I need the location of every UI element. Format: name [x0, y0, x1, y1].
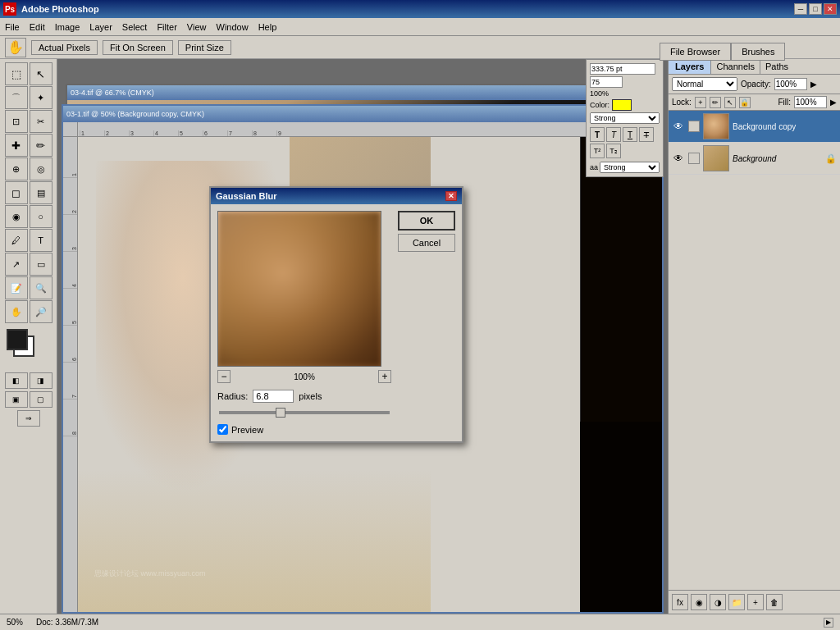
- sub-window-title: 03-4.tif @ 66.7% (CMYK): [71, 89, 154, 97]
- menu-window[interactable]: Window: [212, 21, 253, 34]
- t-subscript[interactable]: T₂: [606, 144, 621, 158]
- slider-thumb[interactable]: [276, 408, 285, 418]
- char-row-3: 100%: [590, 89, 660, 98]
- new-layer-btn[interactable]: +: [747, 594, 764, 610]
- file-browser-btn[interactable]: File Browser: [660, 43, 731, 61]
- move-tool[interactable]: ↖: [30, 62, 52, 85]
- layers-tabs: Layers Channels Paths: [669, 59, 840, 75]
- status-arrow[interactable]: ▶: [824, 618, 833, 628]
- print-size-btn[interactable]: Print Size: [178, 40, 231, 55]
- lock-position-btn[interactable]: +: [695, 97, 706, 108]
- tool-row-9: ↗ ▭: [5, 253, 52, 276]
- style-select[interactable]: Strong: [590, 112, 660, 124]
- ok-button[interactable]: OK: [398, 211, 455, 231]
- fill-arrow[interactable]: ▶: [830, 98, 837, 107]
- t-underline[interactable]: T: [623, 127, 637, 142]
- menu-select[interactable]: Select: [117, 21, 153, 34]
- fit-on-screen-btn[interactable]: Fit On Screen: [103, 40, 173, 55]
- fill-input[interactable]: [794, 96, 827, 108]
- opacity-arrow[interactable]: ▶: [810, 80, 817, 89]
- fx-btn[interactable]: fx: [672, 594, 688, 610]
- mask-btn[interactable]: ◉: [691, 594, 707, 610]
- color-swatch[interactable]: [612, 99, 632, 111]
- line-height-input[interactable]: [590, 76, 623, 88]
- lock-all-btn[interactable]: 🔒: [739, 97, 751, 108]
- layer-item-bg-copy[interactable]: 👁 Background copy: [669, 111, 840, 143]
- jump-to-imageready[interactable]: ⇒: [17, 410, 40, 427]
- eye-icon-2[interactable]: 👁: [672, 152, 685, 165]
- opacity-input[interactable]: [774, 78, 807, 90]
- gradient-tool[interactable]: ▤: [30, 181, 52, 204]
- h-tick-7: 7: [227, 130, 252, 136]
- path-select-tool[interactable]: ↗: [5, 253, 28, 276]
- shape-tool[interactable]: ▭: [30, 253, 52, 276]
- hand-tool-2[interactable]: ✋: [5, 300, 28, 323]
- screen-mode-2[interactable]: ▢: [30, 391, 52, 408]
- adj-btn[interactable]: ◑: [710, 594, 726, 610]
- menu-file[interactable]: File: [0, 21, 25, 34]
- brushes-btn[interactable]: Brushes: [731, 43, 785, 61]
- lock-label: Lock:: [672, 98, 692, 107]
- font-size-input[interactable]: [590, 63, 655, 75]
- lock-move-btn[interactable]: ↖: [724, 97, 736, 108]
- pen-tool[interactable]: 🖊: [5, 229, 28, 252]
- v-tick-1: 1: [63, 141, 77, 178]
- zoom-plus-btn[interactable]: +: [378, 370, 391, 383]
- actual-pixels-btn[interactable]: Actual Pixels: [31, 40, 98, 55]
- folder-btn[interactable]: 📁: [728, 594, 745, 610]
- zoom-tool[interactable]: 🔎: [30, 300, 52, 323]
- marquee-tool[interactable]: ⬚: [5, 62, 28, 85]
- notes-tool[interactable]: 📝: [5, 276, 28, 299]
- close-btn[interactable]: ✕: [824, 3, 837, 15]
- eye-icon-1[interactable]: 👁: [672, 120, 685, 133]
- tool-row-2: ⌒ ✦: [5, 86, 52, 109]
- menu-edit[interactable]: Edit: [25, 21, 50, 34]
- menu-filter[interactable]: Filter: [152, 21, 181, 34]
- minimize-btn[interactable]: ─: [794, 3, 807, 15]
- slider-track: [219, 411, 390, 414]
- lasso-tool[interactable]: ⌒: [5, 86, 28, 109]
- t-italic[interactable]: T: [606, 127, 621, 142]
- preview-checkbox[interactable]: [217, 424, 228, 435]
- clone-tool[interactable]: ⊕: [5, 158, 28, 180]
- t-strikethrough[interactable]: T̶: [639, 127, 654, 142]
- lock-pixel-btn[interactable]: ✏: [710, 97, 721, 108]
- tab-channels[interactable]: Channels: [711, 59, 760, 74]
- hand-tool[interactable]: ✋: [5, 38, 26, 57]
- screen-mode-1[interactable]: ▣: [5, 391, 28, 408]
- delete-layer-btn[interactable]: 🗑: [766, 594, 783, 610]
- tab-layers[interactable]: Layers: [669, 59, 711, 74]
- magic-wand-tool[interactable]: ✦: [30, 86, 52, 109]
- eraser-tool[interactable]: ◻: [5, 181, 28, 204]
- slice-tool[interactable]: ✂: [30, 110, 52, 133]
- dialog-close-btn[interactable]: ✕: [445, 191, 457, 201]
- tab-paths[interactable]: Paths: [760, 59, 793, 74]
- quick-mask-btn[interactable]: ◧: [5, 372, 28, 389]
- menu-view[interactable]: View: [182, 21, 212, 34]
- menu-help[interactable]: Help: [253, 21, 282, 34]
- dodge-tool[interactable]: ○: [30, 205, 52, 228]
- history-tool[interactable]: ◎: [30, 158, 52, 180]
- foreground-color-swatch[interactable]: [7, 329, 28, 350]
- title-bar: Ps Adobe Photoshop ─ □ ✕: [0, 0, 840, 18]
- aa-select[interactable]: Strong: [600, 162, 660, 173]
- eyedropper-tool[interactable]: 🔍: [30, 276, 52, 299]
- zoom-minus-btn[interactable]: −: [217, 370, 231, 383]
- healing-tool[interactable]: ✚: [5, 134, 28, 157]
- blend-mode-select[interactable]: Normal: [672, 77, 737, 91]
- layer-item-background[interactable]: 👁 Background 🔒: [669, 143, 840, 175]
- menu-image[interactable]: Image: [50, 21, 85, 34]
- t-bold[interactable]: T: [590, 127, 605, 142]
- crop-tool[interactable]: ⊡: [5, 110, 28, 133]
- std-mask-btn[interactable]: ◨: [30, 372, 52, 389]
- fill-label: Fill:: [778, 98, 791, 107]
- radius-input[interactable]: [253, 390, 294, 403]
- title-bar-controls: ─ □ ✕: [794, 3, 837, 15]
- cancel-button[interactable]: Cancel: [398, 234, 455, 252]
- type-tool[interactable]: T: [30, 229, 52, 252]
- brush-tool[interactable]: ✏: [30, 134, 52, 157]
- t-superscript[interactable]: T²: [590, 144, 605, 158]
- menu-layer[interactable]: Layer: [84, 21, 117, 34]
- blur-tool[interactable]: ◉: [5, 205, 28, 228]
- maximize-btn[interactable]: □: [809, 3, 822, 15]
